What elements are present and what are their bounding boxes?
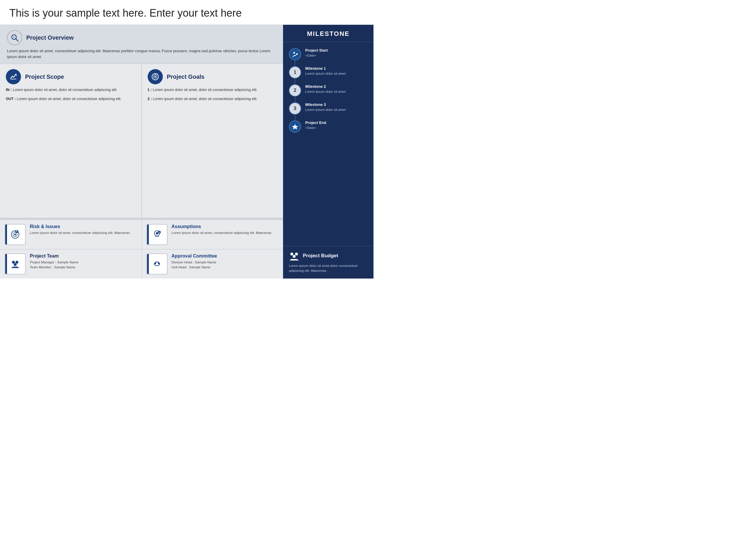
left-panel: + Project Overview Lorem ipsum dolor sit… [0,25,283,278]
risk-content: Risk & Issues Lorem ipsum dolor sit amet… [30,224,130,235]
svg-marker-25 [292,124,298,130]
scope-section: Project Scope IN : Lorem ipsum dolor sit… [0,64,142,218]
approval-division: Division Head : Sample Name [172,260,217,265]
milestone-list: Project Start <Date> 1 Milestone 1 Lorem… [283,42,374,246]
goals-header: Project Goals [148,69,278,84]
team-title: Project Team [30,254,78,259]
svg-point-21 [154,263,156,264]
milestone-1-content: Milestone 1 Lorem ipsum dolor sit amet [305,66,346,76]
risk-text: Lorem ipsum dolor sit amet, consectetuer… [30,231,130,235]
milestone-2-node: 2 [289,84,301,97]
team-approval-row: Project Team Project Manager : Sample Na… [0,249,283,278]
scope-out: OUT : Lorem ipsum dolor sit amet, dolor … [6,96,136,102]
budget-section: Project Budget Lorem ipsum dolor sit ame… [283,246,374,279]
svg-point-22 [158,263,160,264]
milestone-3: 3 Milestone 3 Lorem ipsum dolor sit amet [289,100,368,117]
risk-section: 🔍 Risk & Issues Lorem ipsum dolor sit am… [0,220,141,249]
svg-point-6 [154,76,156,78]
milestone-3-content: Milestone 3 Lorem ipsum dolor sit amet [305,102,346,112]
goal-item-2: 2 : Lorem ipsum dolor sit amet, dolor si… [148,96,278,102]
scope-icon [6,69,21,84]
approval-title: Approval Committee [172,254,217,259]
svg-point-20 [14,263,17,266]
approval-icon-box [147,254,168,274]
approval-content: Approval Committee Division Head : Sampl… [172,254,217,270]
milestone-1: 1 Milestone 1 Lorem ipsum dolor sit amet [289,63,368,81]
svg-point-18 [12,261,15,264]
goal-item-1: 1 : Lorem ipsum dolor sit amet, dolor si… [148,87,278,93]
assumptions-content: Assumptions Lorem ipsum dolor sit amet, … [172,224,272,235]
team-member: Team Member : Sample Name [30,265,78,270]
approval-section: Approval Committee Division Head : Sampl… [141,249,283,278]
budget-icon [289,250,300,261]
assumptions-icon-box: ⚙ [147,224,168,245]
main-layout: + Project Overview Lorem ipsum dolor sit… [0,25,374,278]
svg-point-15 [156,232,158,235]
svg-point-28 [293,255,295,258]
overview-header: + Project Overview [7,30,276,45]
svg-line-1 [16,39,18,41]
milestone-end-node [289,121,301,133]
risk-assumptions-row: 🔍 Risk & Issues Lorem ipsum dolor sit am… [0,220,283,249]
budget-title: Project Budget [303,253,338,259]
milestone-start-node [289,48,301,60]
goals-title: Project Goals [167,74,205,80]
project-overview-section: + Project Overview Lorem ipsum dolor sit… [0,25,283,63]
milestone-start-content: Project Start <Date> [305,48,328,58]
svg-point-26 [290,252,293,256]
milestone-end-content: Project End <Date> [305,121,326,130]
risk-icon-box: 🔍 [5,224,26,245]
budget-text: Lorem ipsum dolor sit amet,dolor consect… [289,263,368,273]
middle-row: Project Scope IN : Lorem ipsum dolor sit… [0,63,283,218]
overview-text: Lorem ipsum dolor sit amet, consectetuer… [7,48,276,59]
svg-point-23 [293,52,295,54]
goals-section: Project Goals 1 : Lorem ipsum dolor sit … [142,64,283,218]
milestone-start: Project Start <Date> [289,45,368,63]
milestone-2: 2 Milestone 2 Lorem ipsum dolor sit amet [289,81,368,100]
milestone-2-content: Milestone 2 Lorem ipsum dolor sit amet [305,84,346,94]
overview-title: Project Overview [26,34,74,41]
scope-header: Project Scope [6,69,136,84]
svg-text:⚙: ⚙ [158,231,160,233]
assumptions-title: Assumptions [172,224,272,229]
team-section: Project Team Project Manager : Sample Na… [0,249,141,278]
scope-in: IN : Lorem ipsum dolor sit amet, dolor s… [6,87,136,93]
svg-point-19 [16,261,18,264]
right-panel: MILESTONE Project Start <Date> 1 [283,25,374,278]
risk-title: Risk & Issues [30,224,130,229]
team-manager: Project Manager : Sample Name [30,260,78,265]
svg-point-27 [295,252,298,256]
team-icon-box [5,254,26,274]
budget-header: Project Budget [289,250,368,261]
assumptions-text: Lorem ipsum dolor sit amet, consectetuer… [172,231,272,235]
overview-icon: + [7,30,22,45]
svg-point-10 [14,234,16,235]
scope-title: Project Scope [25,74,64,80]
milestone-header: MILESTONE [283,25,374,42]
milestone-end: Project End <Date> [289,117,368,136]
milestone-1-node: 1 [289,66,301,78]
approval-unit: Unit Head : Sample Name [172,265,217,270]
team-content: Project Team Project Manager : Sample Na… [30,254,78,270]
svg-text:+: + [13,36,15,39]
svg-point-24 [297,53,298,55]
assumptions-section: ⚙ Assumptions Lorem ipsum dolor sit amet… [141,220,283,249]
page-title: This is your sample text here. Enter you… [0,0,374,25]
svg-text:🔍: 🔍 [16,230,18,233]
goals-icon [148,69,163,84]
milestone-3-node: 3 [289,102,301,115]
